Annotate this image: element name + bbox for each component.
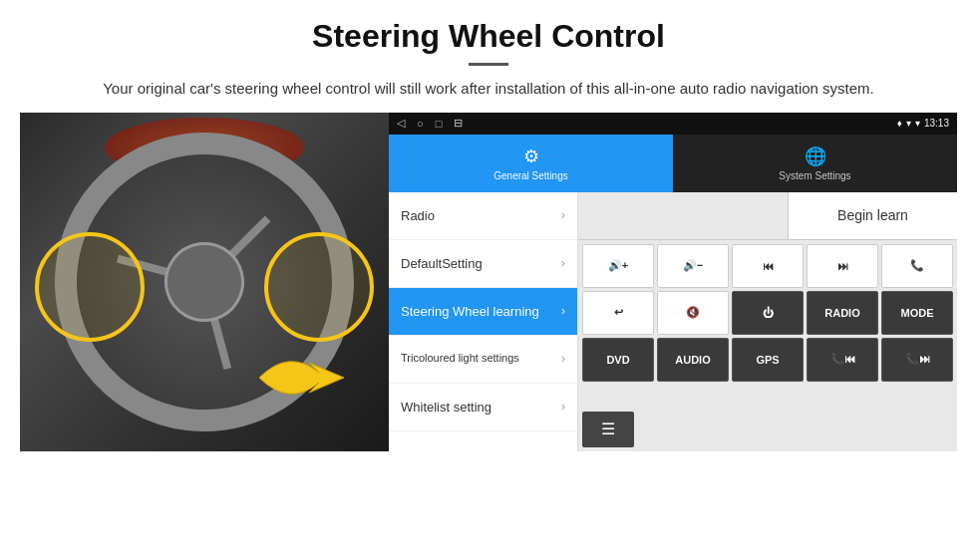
call-prev-icon: 📞⏮ [830, 353, 855, 366]
next-track-button[interactable]: ⏭ [807, 244, 878, 288]
call-icon: 📞 [910, 259, 924, 272]
volume-down-icon: 🔊− [683, 259, 703, 272]
recent-icon[interactable]: □ [436, 118, 443, 130]
radio-label: RADIO [824, 307, 859, 319]
chevron-icon: › [561, 352, 565, 366]
dvd-button[interactable]: DVD [582, 338, 654, 382]
power-icon: ⏻ [763, 307, 774, 319]
volume-up-icon: 🔊+ [608, 259, 628, 272]
hangup-button[interactable]: ↩ [582, 291, 654, 335]
settings-gear-icon: ⚙ [523, 145, 539, 167]
menu-radio-label: Radio [401, 208, 435, 223]
menu-whitelist-label: Whitelist setting [401, 400, 491, 415]
mode-button[interactable]: MODE [881, 291, 953, 335]
tab-bar: ⚙ General Settings 🌐 System Settings [389, 135, 957, 192]
call-prev-button[interactable]: 📞⏮ [807, 338, 878, 382]
prev-track-icon: ⏮ [763, 260, 774, 272]
call-next-icon: 📞⏭ [905, 353, 930, 366]
top-row-spacer [578, 192, 788, 239]
highlight-circle-left [35, 232, 145, 342]
call-button[interactable]: 📞 [881, 244, 953, 288]
wifi-icon: ▾ [906, 118, 911, 129]
page-title: Steering Wheel Control [60, 18, 917, 55]
volume-up-button[interactable]: 🔊+ [582, 244, 654, 288]
list-icon-glyph: ☰ [601, 420, 615, 438]
arrow-pointer [249, 338, 369, 421]
chevron-icon: › [561, 256, 565, 270]
volume-down-button[interactable]: 🔊− [657, 244, 729, 288]
steering-wheel-image [20, 113, 389, 451]
begin-learn-button[interactable]: Begin learn [788, 192, 957, 239]
menu-default-label: DefaultSetting [401, 256, 483, 271]
menu-tricoloured-label: Tricoloured light settings [401, 352, 519, 365]
app-icon[interactable]: ⊟ [454, 117, 463, 130]
chevron-icon: › [561, 304, 565, 318]
tab-general-label: General Settings [493, 170, 568, 181]
tab-system-settings[interactable]: 🌐 System Settings [673, 135, 957, 192]
audio-button[interactable]: AUDIO [657, 338, 729, 382]
power-button[interactable]: ⏻ [732, 291, 804, 335]
signal-icon: ▾ [915, 118, 920, 129]
mode-label: MODE [901, 307, 934, 319]
chevron-icon: › [561, 208, 565, 222]
controls-row-2: ↩ 🔇 ⏻ RADIO MODE [582, 291, 953, 335]
android-status-bar: ◁ ○ □ ⊟ ♦ ▾ ▾ 13:13 [389, 113, 957, 135]
menu-item-default-setting[interactable]: DefaultSetting › [389, 240, 577, 288]
tab-system-label: System Settings [779, 170, 850, 181]
main-content: ◁ ○ □ ⊟ ♦ ▾ ▾ 13:13 ⚙ General Settings 🌐… [20, 113, 957, 471]
title-divider [469, 63, 508, 66]
controls-row-1: 🔊+ 🔊− ⏮ ⏭ 📞 [582, 244, 953, 288]
left-menu: Radio › DefaultSetting › Steering Wheel … [389, 192, 578, 451]
hangup-icon: ↩ [614, 306, 623, 319]
controls-grid: 🔊+ 🔊− ⏮ ⏭ 📞 [578, 240, 957, 408]
status-icons-group: ♦ ▾ ▾ 13:13 [897, 118, 949, 129]
list-icon: ☰ [582, 412, 634, 447]
right-panel: Begin learn 🔊+ 🔊− ⏮ [578, 192, 957, 451]
menu-item-whitelist[interactable]: Whitelist setting › [389, 384, 577, 431]
clock: 13:13 [924, 118, 949, 129]
audio-label: AUDIO [675, 354, 710, 366]
mute-icon: 🔇 [686, 306, 700, 319]
menu-item-radio[interactable]: Radio › [389, 192, 577, 240]
call-next-button[interactable]: 📞⏭ [881, 338, 953, 382]
page-header: Steering Wheel Control Your original car… [0, 0, 977, 113]
dvd-label: DVD [606, 354, 629, 366]
chevron-icon: › [561, 400, 565, 414]
page-subtitle: Your original car's steering wheel contr… [60, 78, 917, 101]
highlight-circle-right [264, 232, 374, 342]
nav-icons-group: ◁ ○ □ ⊟ [397, 117, 463, 130]
location-icon: ♦ [897, 118, 902, 129]
gps-label: GPS [756, 354, 779, 366]
tab-general-settings[interactable]: ⚙ General Settings [389, 135, 673, 192]
top-action-row: Begin learn [578, 192, 957, 240]
radio-button[interactable]: RADIO [807, 291, 878, 335]
menu-steering-label: Steering Wheel learning [401, 304, 539, 319]
menu-area: Radio › DefaultSetting › Steering Wheel … [389, 192, 957, 451]
mute-button[interactable]: 🔇 [657, 291, 729, 335]
controls-row-3: DVD AUDIO GPS 📞⏮ 📞⏭ [582, 338, 953, 382]
android-interface: ◁ ○ □ ⊟ ♦ ▾ ▾ 13:13 ⚙ General Settings 🌐… [389, 113, 957, 451]
back-icon[interactable]: ◁ [397, 117, 405, 130]
menu-item-tricoloured[interactable]: Tricoloured light settings › [389, 336, 577, 384]
system-settings-icon: 🌐 [805, 145, 826, 167]
bottom-icon-item: ☰ [578, 408, 957, 451]
prev-track-button[interactable]: ⏮ [732, 244, 804, 288]
home-icon[interactable]: ○ [417, 118, 424, 130]
gps-button[interactable]: GPS [732, 338, 804, 382]
next-track-icon: ⏭ [837, 260, 848, 272]
menu-item-steering-wheel[interactable]: Steering Wheel learning › [389, 288, 577, 336]
